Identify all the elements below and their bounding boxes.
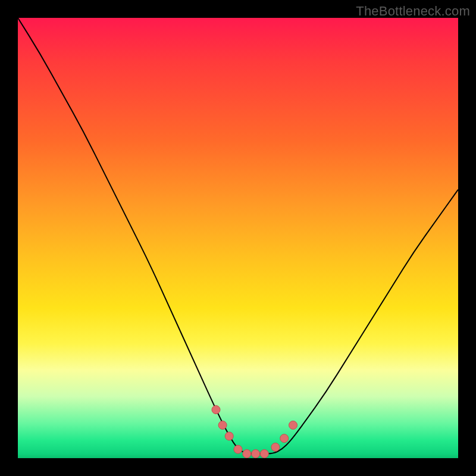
highlight-dot bbox=[280, 434, 289, 443]
highlight-dot bbox=[252, 450, 260, 458]
highlight-dot bbox=[243, 450, 251, 458]
watermark-text: TheBottleneck.com bbox=[356, 4, 470, 19]
highlight-dot bbox=[260, 450, 268, 458]
highlight-dot bbox=[218, 421, 227, 430]
curve-layer bbox=[18, 18, 458, 458]
bottleneck-curve bbox=[18, 18, 458, 454]
highlight-dot bbox=[271, 443, 280, 452]
chart-frame: TheBottleneck.com bbox=[0, 0, 476, 476]
highlight-dot bbox=[225, 432, 233, 440]
highlight-dot bbox=[289, 421, 298, 430]
highlight-dot bbox=[212, 406, 220, 414]
marker-group bbox=[212, 406, 298, 458]
highlight-dot bbox=[234, 445, 242, 453]
plot-area bbox=[18, 18, 458, 458]
